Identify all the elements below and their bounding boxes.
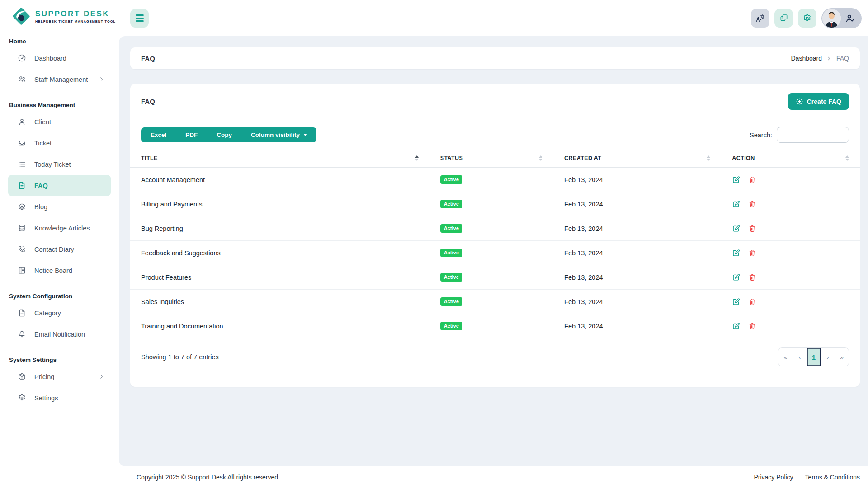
sidebar-item-label: Notice Board: [34, 267, 72, 274]
list-icon: [17, 160, 26, 169]
status-cell: Active: [429, 290, 553, 314]
delete-button[interactable]: [748, 225, 756, 233]
status-badge: Active: [440, 297, 462, 306]
sidebar-item-label: Today Ticket: [34, 161, 71, 168]
edit-button[interactable]: [732, 175, 741, 184]
excel-export-button[interactable]: Excel: [141, 127, 176, 142]
faq-table: TITLESTATUSCREATED ATACTION Account Mana…: [130, 149, 860, 338]
edit-button[interactable]: [732, 273, 741, 282]
brand-logo[interactable]: SUPPORT DESK HELPDESK TICKET MANAGEMENT …: [0, 6, 119, 26]
sidebar-item-today-ticket[interactable]: Today Ticket: [0, 154, 119, 175]
search-input[interactable]: [777, 127, 849, 143]
edit-button[interactable]: [732, 249, 741, 257]
sidebar-item-ticket[interactable]: Ticket: [0, 132, 119, 154]
table-row: Product FeaturesActiveFeb 13, 2024: [130, 265, 860, 290]
page-number-button[interactable]: 1: [807, 348, 821, 366]
sidebar-item-settings[interactable]: Settings: [0, 387, 119, 408]
edit-button[interactable]: [732, 224, 741, 233]
clipboard-button[interactable]: [774, 9, 793, 28]
column-header-status[interactable]: STATUS: [429, 149, 553, 168]
column-header-title[interactable]: TITLE: [130, 149, 429, 168]
pdf-export-button[interactable]: PDF: [176, 127, 207, 142]
gear-icon: [802, 14, 812, 23]
caret-down-icon: [303, 134, 307, 136]
export-button-group: ExcelPDFCopyColumn visibility: [141, 127, 316, 142]
edit-button[interactable]: [732, 200, 741, 208]
first-page-button[interactable]: «: [778, 348, 793, 366]
action-cell: [721, 265, 860, 290]
create-faq-button[interactable]: Create FAQ: [788, 93, 849, 110]
sidebar-toggle-button[interactable]: [130, 9, 149, 28]
terms-conditions-link[interactable]: Terms & Conditions: [805, 474, 860, 481]
sidebar: SUPPORT DESK HELPDESK TICKET MANAGEMENT …: [0, 0, 119, 488]
sidebar-item-faq[interactable]: FAQ: [8, 175, 111, 196]
delete-button[interactable]: [748, 176, 756, 184]
person-check-icon: [845, 13, 855, 23]
action-cell: [721, 192, 860, 216]
status-cell: Active: [429, 265, 553, 290]
package-icon: [17, 372, 26, 381]
translate-button[interactable]: [751, 9, 769, 28]
status-badge: Active: [440, 273, 462, 282]
sort-icon: [539, 155, 542, 161]
action-cell: [721, 216, 860, 241]
database-icon: [17, 224, 26, 232]
created-at-cell: Feb 13, 2024: [553, 216, 721, 241]
delete-button[interactable]: [748, 200, 756, 208]
delete-button[interactable]: [748, 273, 756, 282]
person-icon: [17, 117, 26, 126]
column-visibility-label: Column visibility: [251, 131, 300, 138]
created-at-cell: Feb 13, 2024: [553, 241, 721, 265]
created-at-cell: Feb 13, 2024: [553, 168, 721, 192]
sidebar-item-staff-management[interactable]: Staff Management: [0, 69, 119, 90]
column-header-created-at[interactable]: CREATED AT: [553, 149, 721, 168]
chevron-right-icon: [826, 56, 832, 61]
status-badge: Active: [440, 322, 462, 330]
people-icon: [17, 75, 26, 84]
action-cell: [721, 314, 860, 338]
previous-page-button[interactable]: ‹: [793, 348, 807, 366]
card-title: FAQ: [141, 98, 155, 105]
sidebar-item-email-notification[interactable]: Email Notification: [0, 324, 119, 345]
sidebar-item-dashboard[interactable]: Dashboard: [0, 47, 119, 69]
sidebar-item-blog[interactable]: Blog: [0, 196, 119, 217]
breadcrumb-dashboard-link[interactable]: Dashboard: [791, 55, 822, 62]
sidebar-item-label: Contact Diary: [34, 246, 74, 253]
next-page-button[interactable]: ›: [821, 348, 835, 366]
delete-button[interactable]: [748, 298, 756, 306]
sidebar-section-label: System Configuration: [9, 293, 110, 300]
sidebar-item-client[interactable]: Client: [0, 111, 119, 132]
last-page-button[interactable]: »: [835, 348, 849, 366]
layers-icon: [17, 202, 26, 211]
copy-export-button[interactable]: Copy: [207, 127, 241, 142]
pagination: «‹1›»: [778, 347, 849, 366]
edit-button[interactable]: [732, 297, 741, 306]
sidebar-section-label: System Settings: [9, 357, 110, 363]
action-cell: [721, 290, 860, 314]
hamburger-icon: [136, 14, 144, 21]
sidebar-item-knowledge-articles[interactable]: Knowledge Articles: [0, 217, 119, 239]
privacy-policy-link[interactable]: Privacy Policy: [754, 474, 793, 481]
column-header-action[interactable]: ACTION: [721, 149, 860, 168]
table-row: Billing and PaymentsActiveFeb 13, 2024: [130, 192, 860, 216]
delete-button[interactable]: [748, 322, 756, 330]
sidebar-item-pricing[interactable]: Pricing: [0, 366, 119, 387]
created-at-cell: Feb 13, 2024: [553, 290, 721, 314]
sidebar-item-contact-diary[interactable]: Contact Diary: [0, 239, 119, 260]
faq-title-cell: Product Features: [130, 265, 429, 290]
settings-button[interactable]: [798, 9, 816, 28]
sidebar-item-category[interactable]: Category: [0, 302, 119, 324]
topbar: [119, 0, 868, 36]
sidebar-item-label: Pricing: [34, 373, 54, 380]
delete-button[interactable]: [748, 249, 756, 257]
main-content: FAQ Dashboard FAQ FAQ Create FAQ ExcelPD…: [119, 36, 868, 466]
edit-button[interactable]: [732, 322, 741, 330]
sidebar-section-label: Business Management: [9, 102, 110, 108]
sidebar-item-notice-board[interactable]: Notice Board: [0, 260, 119, 281]
action-cell: [721, 168, 860, 192]
faq-card: FAQ Create FAQ ExcelPDFCopyColumn visibi…: [130, 84, 860, 387]
profile-menu[interactable]: [821, 8, 862, 28]
sidebar-item-label: Email Notification: [34, 331, 85, 338]
column-visibility-dropdown[interactable]: Column visibility: [241, 127, 316, 142]
table-row: Feedback and SuggestionsActiveFeb 13, 20…: [130, 241, 860, 265]
